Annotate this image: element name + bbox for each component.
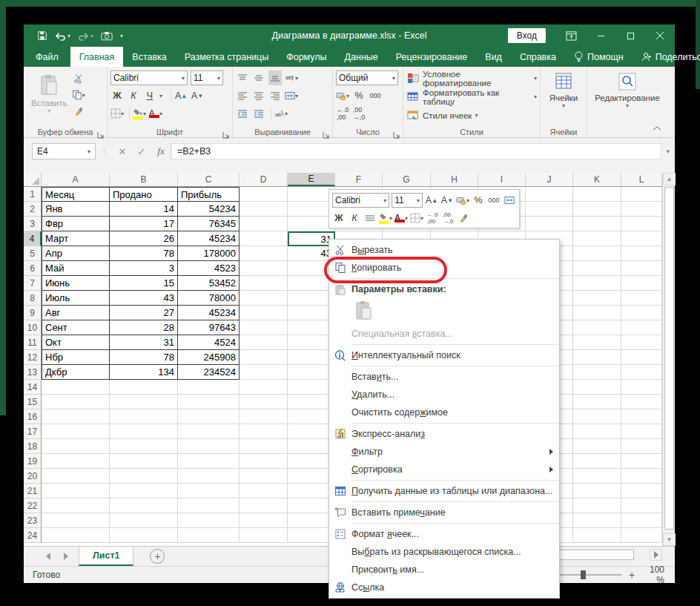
merge-center-button[interactable]: ▾ (285, 88, 298, 103)
cells-button[interactable]: Ячейки ▾ (544, 70, 584, 111)
cell-k12[interactable] (573, 350, 621, 365)
cell-b17[interactable] (110, 424, 178, 439)
context-menu-item[interactable]: Выбрать из раскрывающегося списка... (329, 543, 559, 561)
context-menu-item[interactable]: Специальная вставка... (329, 325, 559, 343)
cell-l19[interactable] (621, 454, 662, 469)
prev-sheet-arrow[interactable] (46, 553, 50, 560)
align-top-button[interactable] (236, 70, 249, 85)
cell-c18[interactable] (178, 439, 240, 454)
cell-b22[interactable] (110, 498, 178, 513)
cell-l12[interactable] (621, 350, 662, 365)
cell-a22[interactable] (42, 498, 110, 513)
close-button[interactable] (645, 24, 675, 47)
ribbon-tab[interactable]: Файл (24, 47, 70, 67)
column-header-c[interactable]: C (178, 173, 240, 186)
cell-k17[interactable] (573, 424, 621, 439)
cell-c8[interactable]: 78000 (178, 291, 240, 306)
context-menu-item[interactable]: Вставить... (329, 368, 559, 386)
cell-d11[interactable] (240, 335, 288, 350)
cell-l8[interactable] (621, 291, 662, 306)
orientation-button[interactable]: ab▾ (285, 70, 298, 85)
context-menu-item[interactable]: Фильтр (329, 443, 559, 461)
copy-button[interactable]: ▾ (72, 88, 85, 102)
cell-k21[interactable] (573, 484, 621, 498)
decrease-decimal-button[interactable]: ,00→,0 (352, 106, 366, 121)
cell-c17[interactable] (178, 424, 240, 439)
font-color-button[interactable]: А▾ (149, 106, 162, 121)
cell-a19[interactable] (42, 454, 110, 469)
cell-k23[interactable] (573, 513, 621, 528)
cell-a5[interactable]: Апр (42, 246, 110, 261)
align-right-button[interactable] (268, 88, 282, 103)
cell-k13[interactable] (573, 365, 621, 380)
cell-a8[interactable]: Июль (42, 291, 110, 306)
cell-d17[interactable] (240, 424, 288, 439)
scroll-up-arrow[interactable]: ▲ (663, 173, 676, 185)
next-sheet-arrow[interactable] (64, 553, 68, 560)
cell-a2[interactable]: Янв (42, 202, 110, 217)
mini-font-size-combo[interactable]: 11▾ (392, 193, 423, 208)
cell-l9[interactable] (621, 306, 662, 320)
row-header-21[interactable]: 21 (24, 484, 42, 498)
camera-icon[interactable] (101, 31, 113, 41)
align-center-button[interactable] (252, 88, 265, 103)
number-dialog-launcher[interactable] (393, 128, 400, 136)
row-header-6[interactable]: 6 (24, 261, 42, 276)
ribbon-tab[interactable]: Формулы (277, 47, 335, 67)
vertical-scrollbar[interactable]: ▲ ▼ (662, 173, 675, 546)
cell-k14[interactable] (573, 380, 621, 395)
cell-l2[interactable] (621, 202, 662, 217)
mini-accounting-button[interactable]: ▾ (456, 193, 469, 208)
context-menu-item[interactable]: Сортировка (329, 461, 559, 478)
formula-input[interactable]: =B2+B3 (171, 143, 661, 159)
cell-b21[interactable] (110, 484, 178, 498)
row-header-4[interactable]: 4 (24, 231, 42, 246)
cell-a20[interactable] (42, 469, 110, 484)
underline-button[interactable]: Ч (143, 88, 156, 103)
underline-dropdown[interactable]: ▾ (159, 93, 162, 99)
cell-a17[interactable] (42, 424, 110, 439)
cell-l4[interactable] (621, 231, 662, 246)
context-menu-item[interactable]: Получить данные из таблицы или диапазона… (329, 482, 559, 500)
cell-c3[interactable]: 76345 (178, 217, 240, 231)
select-all-corner[interactable] (24, 173, 42, 186)
cell-a1[interactable]: Месяц (42, 187, 110, 202)
row-header-9[interactable]: 9 (24, 306, 42, 320)
cell-b14[interactable] (110, 380, 178, 395)
cell-d24[interactable] (240, 528, 288, 543)
cell-a16[interactable] (42, 409, 110, 424)
cell-c1[interactable]: Прибыль (178, 187, 240, 202)
cell-a15[interactable] (42, 395, 110, 409)
mini-percent-button[interactable]: % (472, 193, 485, 208)
redo-button[interactable]: ▾ (78, 31, 93, 41)
cell-a18[interactable] (42, 439, 110, 454)
cell-d21[interactable] (240, 484, 288, 498)
cell-b8[interactable]: 43 (110, 291, 178, 306)
cell-k10[interactable] (573, 320, 621, 335)
cell-c14[interactable] (178, 380, 240, 395)
cell-c10[interactable]: 97643 (178, 320, 240, 335)
accounting-format-button[interactable]: ▾ (336, 88, 349, 103)
row-header-16[interactable]: 16 (24, 409, 42, 424)
cell-k24[interactable] (573, 528, 621, 543)
column-header-g[interactable]: G (383, 173, 431, 186)
column-header-e[interactable]: E (288, 173, 335, 186)
cell-c12[interactable]: 245908 (178, 350, 240, 365)
row-header-24[interactable]: 24 (24, 528, 42, 543)
cell-d20[interactable] (240, 469, 288, 484)
mini-merge-button[interactable] (503, 193, 516, 208)
decrease-indent-button[interactable] (236, 106, 249, 121)
vertical-scroll-thumb[interactable] (664, 187, 674, 530)
cell-k20[interactable] (573, 469, 621, 484)
cell-l21[interactable] (621, 484, 662, 498)
cell-c21[interactable] (178, 484, 240, 498)
cell-styles-button[interactable]: Стили ячеек (423, 111, 472, 120)
row-header-5[interactable]: 5 (24, 246, 42, 261)
name-box[interactable]: E4▾ (32, 143, 96, 159)
cell-a4[interactable]: Март (42, 231, 110, 246)
alignment-dialog-launcher[interactable] (323, 128, 330, 136)
cell-b18[interactable] (110, 439, 178, 454)
context-menu-item[interactable]: Ссылка (329, 579, 559, 596)
cell-c9[interactable]: 45234 (178, 306, 240, 320)
undo-button[interactable]: ▾ (55, 31, 70, 41)
